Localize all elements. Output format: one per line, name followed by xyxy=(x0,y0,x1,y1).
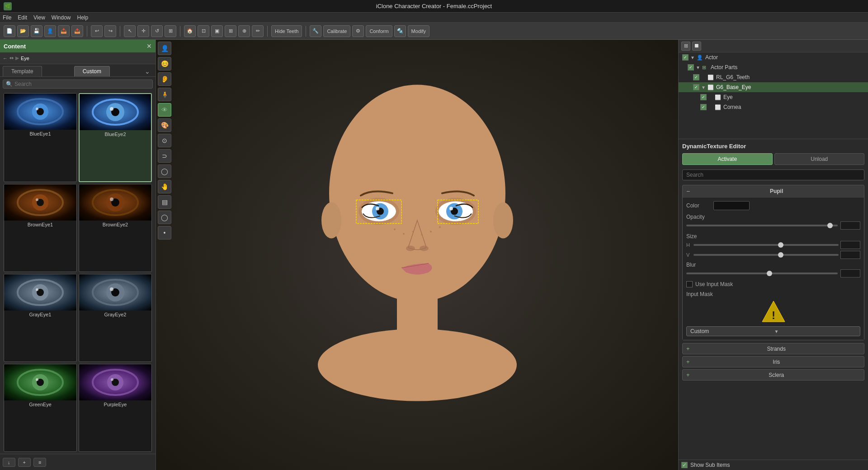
menu-help[interactable]: Help xyxy=(77,14,89,21)
sclera-expand-row[interactable]: + Sclera xyxy=(682,369,864,381)
fit-button[interactable]: ⊡ xyxy=(198,25,209,37)
open-button[interactable]: 📂 xyxy=(17,25,29,37)
breadcrumb-back[interactable]: ← xyxy=(3,56,8,61)
tab-custom[interactable]: Custom xyxy=(74,66,110,76)
ear-icon[interactable]: 👂 xyxy=(158,72,171,86)
body3-icon[interactable]: ⊃ xyxy=(158,149,171,163)
conform-icon[interactable]: ⚙ xyxy=(352,25,364,37)
list-button-bottom[interactable]: ≡ xyxy=(33,458,46,467)
pupil-section-header[interactable]: − Pupil xyxy=(683,185,864,197)
custom-dropdown[interactable]: Custom ▼ xyxy=(686,326,860,336)
something-button[interactable]: ⊞ xyxy=(165,25,176,37)
tree-actor-parts[interactable]: ✓ ▼ ⊞ Actor Parts xyxy=(679,62,868,72)
eye-mode-icon[interactable]: 👁 xyxy=(158,103,171,117)
actor-parts-expand[interactable]: ▼ xyxy=(696,65,702,70)
eye-item-greeneye[interactable]: GreenEye xyxy=(4,364,77,452)
eye-grid: BlueEye1 BlueEye2 BrownEye1 xyxy=(0,91,156,454)
dot-icon[interactable]: • xyxy=(158,226,171,240)
size-v-value[interactable]: 1.00 xyxy=(840,251,860,259)
modify-button[interactable]: Modify xyxy=(408,25,429,37)
eye-item-purpleeye[interactable]: PurpleEye xyxy=(79,364,152,452)
eye-item-grayeye1[interactable]: GrayEye1 xyxy=(4,274,77,362)
paint-icon[interactable]: 🎨 xyxy=(158,118,171,132)
tree-base-eye[interactable]: ✓ ▼ ⬜ G6_Base_Eye xyxy=(679,82,868,92)
color-swatch[interactable] xyxy=(713,201,750,210)
cornea-check[interactable]: ✓ xyxy=(700,104,707,110)
rotate-button[interactable]: ↺ xyxy=(151,25,163,37)
pupil-collapse-icon: − xyxy=(686,188,690,195)
tree-actor[interactable]: ✓ ▼ 👤 Actor xyxy=(679,52,868,62)
content-close-button[interactable]: ✕ xyxy=(146,42,152,50)
add-button-bottom[interactable]: + xyxy=(18,458,31,467)
use-input-mask-checkbox[interactable] xyxy=(686,281,693,287)
strands-expand-row[interactable]: + Strands xyxy=(682,343,864,354)
person-button[interactable]: 👤 xyxy=(44,25,56,37)
separator-3 xyxy=(180,26,180,37)
grid-button[interactable]: ⊞ xyxy=(225,25,236,37)
eye-item-grayeye2[interactable]: GrayEye2 xyxy=(79,274,152,362)
search-input[interactable] xyxy=(14,81,150,87)
menu-file[interactable]: File xyxy=(3,14,11,21)
frame-button[interactable]: ▣ xyxy=(211,25,223,37)
tree-cornea[interactable]: ✓ ▶ ⬜ Cornea xyxy=(679,102,868,112)
export-button[interactable]: 📤 xyxy=(71,25,83,37)
tab-template[interactable]: Template xyxy=(3,66,42,76)
eye-item-blueeye2[interactable]: BlueEye2 xyxy=(79,93,152,182)
import-button-bottom[interactable]: ↓ xyxy=(3,458,15,467)
sclera-plus-icon: + xyxy=(686,371,690,378)
opacity-slider[interactable] xyxy=(686,225,838,226)
hand-icon[interactable]: 🤚 xyxy=(158,180,171,193)
iris-expand-row[interactable]: + Iris xyxy=(682,356,864,367)
pencil-button[interactable]: ✏ xyxy=(252,25,264,37)
texture-search-input[interactable] xyxy=(682,169,864,180)
blur-value[interactable]: 0.62 xyxy=(840,269,860,277)
new-button[interactable]: 📄 xyxy=(4,25,15,37)
eye-check[interactable]: ✓ xyxy=(700,94,707,100)
size-h-value[interactable]: 1.00 xyxy=(840,241,860,249)
teeth-check[interactable]: ✓ xyxy=(693,74,699,80)
hide-teeth-button[interactable]: Hide Teeth xyxy=(271,25,302,37)
activate-button[interactable]: Activate xyxy=(682,153,773,165)
blur-slider[interactable] xyxy=(686,273,838,274)
menu-view[interactable]: View xyxy=(33,14,45,21)
actor-check[interactable]: ✓ xyxy=(682,54,689,61)
tree-teeth[interactable]: ✓ ▶ ⬜ RL_G6_Teeth xyxy=(679,72,868,82)
menu-window[interactable]: Window xyxy=(52,14,71,21)
eye-item-blueeye1[interactable]: BlueEye1 xyxy=(4,93,77,182)
import-button[interactable]: 📥 xyxy=(58,25,70,37)
eye-item-browneye2[interactable]: BrownEye2 xyxy=(79,184,152,272)
mask-icon[interactable]: ⊙ xyxy=(158,134,171,147)
undo-button[interactable]: ↩ xyxy=(91,25,103,37)
face-icon[interactable]: 😊 xyxy=(158,57,171,70)
calibrate-button[interactable]: Calibrate xyxy=(323,25,350,37)
panel-icon[interactable]: ▤ xyxy=(158,195,171,209)
save-button[interactable]: 💾 xyxy=(31,25,42,37)
select-button[interactable]: ↖ xyxy=(124,25,136,37)
calibrate-icon[interactable]: 🔧 xyxy=(310,25,321,37)
tree-eye[interactable]: ✓ ▶ ⬜ Eye xyxy=(679,92,868,102)
base-eye-check[interactable]: ✓ xyxy=(693,84,699,90)
person2-icon[interactable]: 🧍 xyxy=(158,88,171,101)
tab-expand-arrow[interactable]: ⌄ xyxy=(142,67,153,76)
conform-button[interactable]: Conform xyxy=(366,25,392,37)
tree-tool-2[interactable]: 🔲 xyxy=(692,42,701,51)
base-eye-expand[interactable]: ▼ xyxy=(701,85,708,90)
eye-item-browneye1[interactable]: BrownEye1 xyxy=(4,184,77,272)
circle-icon[interactable]: ◯ xyxy=(158,211,171,224)
size-v-slider[interactable] xyxy=(693,254,839,256)
pose-button[interactable]: 🏠 xyxy=(184,25,196,37)
actor-parts-check[interactable]: ✓ xyxy=(688,64,694,70)
opacity-value[interactable]: 1.00 xyxy=(840,221,860,230)
size-h-slider[interactable] xyxy=(693,244,839,246)
redo-button[interactable]: ↪ xyxy=(104,25,116,37)
morph-icon[interactable]: ◯ xyxy=(158,164,171,178)
unload-button[interactable]: Unload xyxy=(774,153,865,165)
menu-edit[interactable]: Edit xyxy=(18,14,27,21)
show-sub-items-check[interactable]: ✓ xyxy=(681,462,688,468)
actor-expand[interactable]: ▼ xyxy=(690,55,697,60)
tree-tool-1[interactable]: ⊞ xyxy=(681,42,690,51)
compass-button[interactable]: ⊕ xyxy=(238,25,250,37)
move-button[interactable]: ✛ xyxy=(137,25,149,37)
body-icon[interactable]: 👤 xyxy=(158,42,171,55)
modify-icon[interactable]: 🔩 xyxy=(394,25,406,37)
